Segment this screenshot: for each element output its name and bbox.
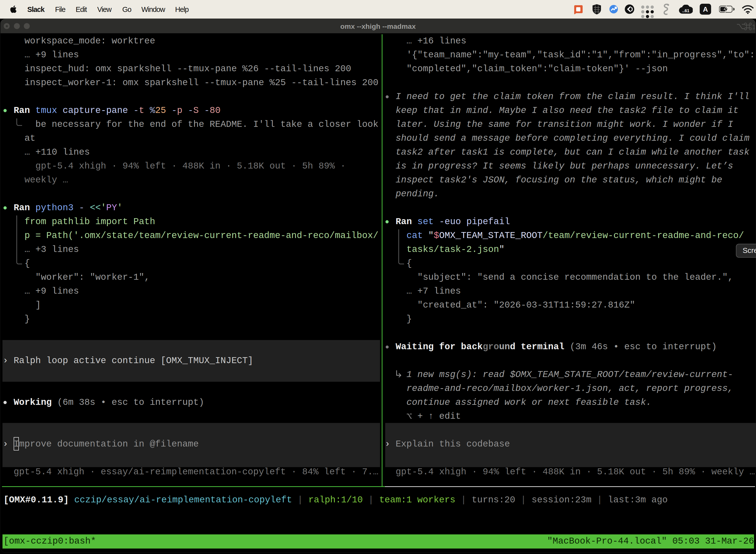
svg-text:1: 1 xyxy=(752,23,755,31)
svg-text:..61: ..61 xyxy=(682,8,689,13)
